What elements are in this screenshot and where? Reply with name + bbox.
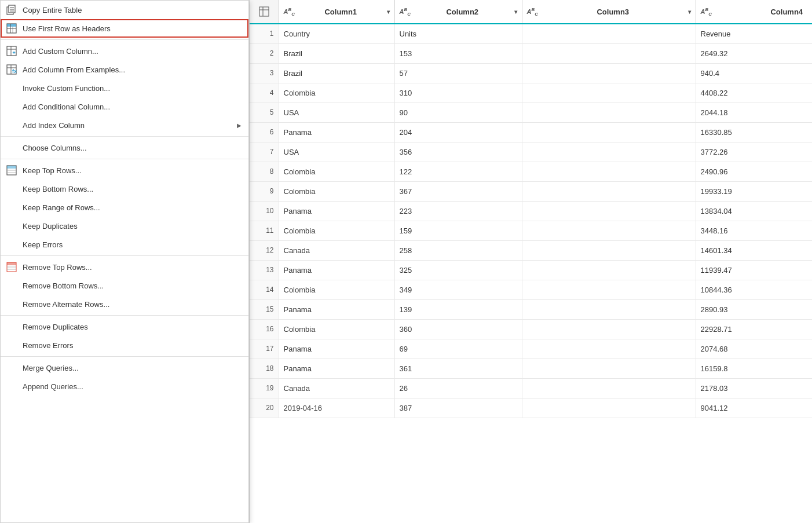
menu-item-use-first-row-headers[interactable]: Use First Row as Headers [1,19,248,38]
row-number: 16 [250,319,279,339]
menu-item-merge-queries[interactable]: Merge Queries... [1,359,248,377]
menu-item-keep-top-rows[interactable]: Keep Top Rows... [1,161,248,180]
cell-13-2: 325 [394,260,522,280]
menu-separator [1,315,248,316]
cell-2-3 [522,43,696,63]
no-icon [5,100,18,113]
menu-item-add-custom-column[interactable]: +Add Custom Column... [1,42,248,60]
no-icon [5,339,18,352]
table-row: 18Panama36116159.8 [250,359,812,378]
cell-10-4: 13834.04 [696,201,812,221]
cell-12-4: 14601.34 [696,240,812,260]
table-row: 15Panama1392890.93 [250,299,812,319]
no-icon [5,279,18,292]
table-row: 3Brazil57940.4 [250,63,812,83]
table-row: 2Brazil1532649.32 [250,43,812,63]
col4-type-icon: ABC [701,7,712,17]
menu-label: Choose Columns... [23,144,242,152]
add-col-examples-icon: fx [5,63,18,76]
cell-12-2: 258 [394,240,522,260]
menu-item-append-queries[interactable]: Append Queries... [1,377,248,396]
table-row: 10Panama22313834.04 [250,201,812,221]
menu-item-remove-errors[interactable]: Remove Errors [1,336,248,354]
cell-7-2: 356 [394,142,522,162]
menu-item-remove-alternate-rows[interactable]: Remove Alternate Rows... [1,295,248,313]
cell-12-1: Canada [279,240,394,260]
cell-2-1: Brazil [279,43,394,63]
menu-item-keep-range-of-rows[interactable]: Keep Range of Rows... [1,198,248,217]
svg-text:fx: fx [12,68,17,74]
col1-name: Column1 [298,8,383,16]
no-icon [5,82,18,94]
row-number: 8 [250,162,279,181]
cell-17-4: 2074.68 [696,339,812,359]
menu-item-remove-top-rows[interactable]: Remove Top Rows... [1,258,248,276]
cell-5-4: 2044.18 [696,103,812,122]
col2-type-icon: ABC [400,7,411,17]
menu-label: Invoke Custom Function... [23,84,242,93]
table-row: 11Colombia1593448.16 [250,221,812,240]
menu-item-keep-bottom-rows[interactable]: Keep Bottom Rows... [1,180,248,198]
menu-label: Merge Queries... [23,364,242,372]
col3-dropdown[interactable]: ▾ [688,9,691,15]
menu-label: Remove Bottom Rows... [23,281,242,290]
cell-9-3 [522,181,696,201]
cell-3-2: 57 [394,63,522,83]
cell-15-1: Panama [279,299,394,319]
col4-name: Column4 [715,8,812,16]
cell-10-2: 223 [394,201,522,221]
menu-item-copy-entire-table[interactable]: Copy Entire Table [1,1,248,19]
cell-3-3 [522,63,696,83]
menu-item-keep-duplicates[interactable]: Keep Duplicates [1,217,248,235]
no-icon [5,380,18,393]
menu-item-remove-duplicates[interactable]: Remove Duplicates [1,317,248,336]
cell-18-1: Panama [279,359,394,378]
cell-9-1: Colombia [279,181,394,201]
cell-19-4: 2178.03 [696,378,812,398]
row-number: 4 [250,83,279,103]
col-header-4: ABC Column4 ▾ [696,0,812,24]
row-number: 10 [250,201,279,221]
cell-9-2: 367 [394,181,522,201]
cell-17-3 [522,339,696,359]
menu-item-add-index-column[interactable]: Add Index Column▶ [1,116,248,134]
menu-separator [1,255,248,256]
menu-item-keep-errors[interactable]: Keep Errors [1,235,248,254]
row-number: 11 [250,221,279,240]
col1-dropdown[interactable]: ▾ [387,9,390,15]
row-number: 19 [250,378,279,398]
cell-14-4: 10844.36 [696,280,812,299]
menu-item-remove-bottom-rows[interactable]: Remove Bottom Rows... [1,276,248,295]
row-number: 20 [250,398,279,418]
col2-name: Column2 [414,8,511,16]
menu-item-add-column-from-examples[interactable]: fxAdd Column From Examples... [1,60,248,79]
cell-3-1: Brazil [279,63,394,83]
no-icon [5,298,18,310]
svg-rect-26 [259,7,269,16]
menu-label: Add Custom Column... [23,47,242,56]
table-selector-icon[interactable] [259,6,269,17]
cell-1-3 [522,24,696,43]
col-header-2: ABC Column2 ▾ [394,0,522,24]
menu-item-choose-columns[interactable]: Choose Columns... [1,138,248,157]
use-headers-icon [5,22,18,35]
cell-6-2: 204 [394,122,522,142]
menu-item-invoke-custom-function[interactable]: Invoke Custom Function... [1,79,248,97]
cell-9-4: 19933.19 [696,181,812,201]
row-number-header [250,0,279,24]
cell-12-3 [522,240,696,260]
cell-5-2: 90 [394,103,522,122]
cell-1-1: Country [279,24,394,43]
svg-text:+: + [13,50,16,56]
menu-separator [1,136,248,137]
table-row: 17Panama692074.68 [250,339,812,359]
row-number: 15 [250,299,279,319]
cell-1-4: Revenue [696,24,812,43]
svg-rect-23 [7,262,16,265]
keep-rows-icon [5,164,18,177]
menu-separator [1,356,248,357]
menu-item-add-conditional-column[interactable]: Add Conditional Column... [1,97,248,116]
col2-dropdown[interactable]: ▾ [514,9,517,15]
row-number: 7 [250,142,279,162]
cell-11-2: 159 [394,221,522,240]
